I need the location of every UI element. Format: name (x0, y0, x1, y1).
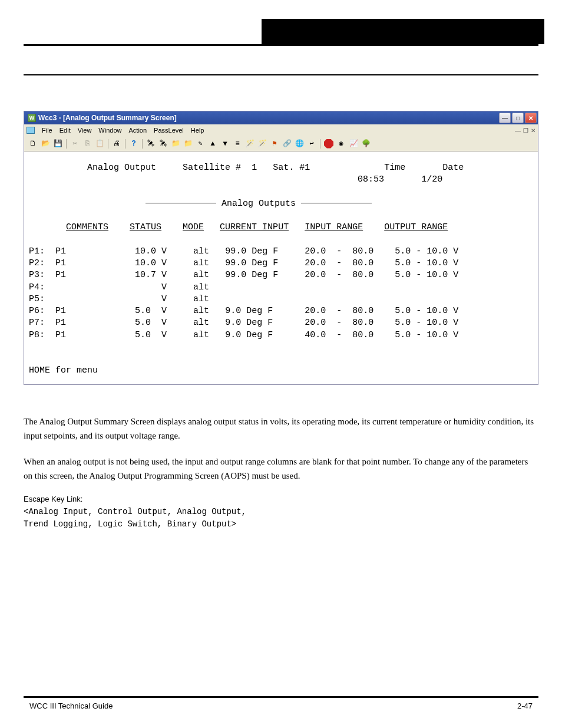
col-status: STATUS (130, 222, 161, 232)
date-val: 1/20 (421, 174, 442, 185)
table-row: P2: P1 10.0 V alt 99.0 Deg F 20.0 - 80.0… (29, 258, 458, 268)
window-controls: — □ ✕ (499, 113, 537, 123)
columns-header: COMMENTS STATUS MODE CURRENT INPUT INPUT… (29, 222, 448, 232)
copy-icon[interactable]: ⎘ (82, 139, 92, 149)
mdi-close-icon[interactable]: ✕ (531, 127, 535, 134)
footer-right: 2-47 (517, 701, 533, 710)
menu-edit[interactable]: Edit (59, 127, 71, 134)
header-line-2: 08:53 1/20 (29, 174, 442, 185)
escape-key-label: Escape Key Link: (24, 495, 562, 503)
footer-hint: HOME for menu (29, 365, 98, 375)
sat-next-icon[interactable]: 🛰 (158, 139, 168, 149)
menu-file[interactable]: File (42, 127, 52, 134)
table-row: P6: P1 5.0 V alt 9.0 Deg F 20.0 - 80.0 5… (29, 306, 458, 316)
table-row: P1: P1 10.0 V alt 99.0 Deg F 20.0 - 80.0… (29, 246, 458, 256)
page-header (0, 0, 562, 44)
toolbar-separator (320, 139, 320, 149)
arrow-up-icon[interactable]: ▲ (207, 139, 218, 149)
footer-left: WCC III Technical Guide (29, 701, 113, 710)
maximize-button[interactable]: □ (512, 113, 524, 123)
header-black-bar (262, 19, 544, 44)
menu-action[interactable]: Action (128, 127, 147, 134)
group-title-line: Analog Outputs (29, 199, 372, 209)
sat-prev-icon[interactable]: 🛰 (146, 139, 156, 149)
col-current-input: CURRENT INPUT (220, 222, 289, 232)
toolbar-separator (66, 139, 67, 149)
time-label: Time (384, 163, 405, 173)
header-line: Analog Output Satellite # 1 Sat. #1 Time… (29, 163, 464, 173)
toolbar-separator (125, 139, 125, 149)
table-row: P3: P1 10.7 V alt 99.0 Deg F 20.0 - 80.0… (29, 270, 458, 280)
col-input-range: INPUT RANGE (305, 222, 363, 232)
target-icon[interactable]: ◉ (336, 139, 346, 149)
table-row: P4: V alt (29, 282, 209, 292)
tree-icon[interactable]: 🌳 (361, 139, 371, 149)
menu-view[interactable]: View (78, 127, 92, 134)
globe-icon[interactable]: 🌐 (294, 139, 305, 149)
cut-icon[interactable]: ✂ (70, 139, 80, 149)
body-paragraph-1: The Analog Output Summary Screen display… (24, 414, 538, 443)
save-icon[interactable]: 💾 (52, 139, 63, 149)
toolbar-separator (142, 139, 143, 149)
menu-passlevel[interactable]: PassLevel (154, 127, 184, 134)
arrow-down-icon[interactable]: ▼ (220, 139, 230, 149)
menu-window[interactable]: Window (98, 127, 121, 134)
sat-short: Sat. #1 (273, 163, 310, 173)
menubar: File Edit View Window Action PassLevel H… (24, 124, 538, 136)
open-icon[interactable]: 📂 (40, 139, 51, 149)
link-icon[interactable]: 🔗 (282, 139, 292, 149)
close-button[interactable]: ✕ (525, 113, 537, 123)
toolbar-separator (108, 139, 108, 149)
table-row: P5: V alt (29, 294, 209, 304)
sat-label: Satellite # (183, 163, 241, 173)
col-mode: MODE (183, 222, 204, 232)
wand-a-icon[interactable]: 🪄 (244, 139, 255, 149)
mdi-icon[interactable] (27, 127, 35, 134)
flag-icon[interactable]: ⚑ (269, 139, 280, 149)
folder-a-icon[interactable]: 📁 (170, 139, 181, 149)
app-window: W Wcc3 - [Analog Output Summary Screen] … (24, 111, 538, 385)
table-row: P7: P1 5.0 V alt 9.0 Deg F 20.0 - 80.0 5… (29, 318, 458, 328)
col-comments: COMMENTS (66, 222, 108, 232)
filter-icon[interactable]: ≡ (232, 139, 243, 149)
folder-b-icon[interactable]: 📁 (183, 139, 193, 149)
page-footer: WCC III Technical Guide 2-47 (0, 696, 562, 710)
sat-num: 1 (252, 163, 257, 173)
menu-help[interactable]: Help (191, 127, 204, 134)
col-output-range: OUTPUT RANGE (384, 222, 448, 232)
escape-key-content: <Analog Input, Control Output, Analog Ou… (24, 506, 562, 531)
paste-icon[interactable]: 📋 (94, 139, 105, 149)
body-paragraph-2: When an analog output is not being used,… (24, 454, 538, 483)
titlebar[interactable]: W Wcc3 - [Analog Output Summary Screen] … (24, 111, 538, 124)
minimize-button[interactable]: — (499, 113, 511, 123)
mdi-controls: — ❐ ✕ (515, 127, 535, 134)
mdi-restore-icon[interactable]: ❐ (523, 127, 528, 134)
mdi-minimize-icon[interactable]: — (515, 127, 521, 134)
new-icon[interactable]: 🗋 (28, 139, 38, 149)
print-icon[interactable]: 🖨 (111, 139, 122, 149)
terminal-area: Analog Output Satellite # 1 Sat. #1 Time… (24, 151, 538, 384)
help-icon[interactable]: ? (128, 139, 139, 149)
screen-name: Analog Output (87, 163, 156, 173)
window-title: Wcc3 - [Analog Output Summary Screen] (38, 114, 177, 122)
time-val: 08:53 (358, 174, 384, 185)
app-icon: W (28, 114, 36, 122)
exit-icon[interactable]: ↩ (306, 139, 317, 149)
wand-b-icon[interactable]: 🪄 (257, 139, 267, 149)
date-label: Date (442, 163, 464, 173)
graph-icon[interactable]: 📈 (348, 139, 359, 149)
toolbar: 🗋 📂 💾 ✂ ⎘ 📋 🖨 ? 🛰 🛰 📁 📁 ✎ ▲ ▼ ≡ 🪄 🪄 ⚑ 🔗 … (24, 136, 538, 151)
stop-icon[interactable] (323, 139, 334, 149)
table-row: P8: P1 5.0 V alt 9.0 Deg F 40.0 - 80.0 5… (29, 330, 458, 340)
edit-icon[interactable]: ✎ (195, 139, 206, 149)
group-title: Analog Outputs (222, 199, 296, 209)
